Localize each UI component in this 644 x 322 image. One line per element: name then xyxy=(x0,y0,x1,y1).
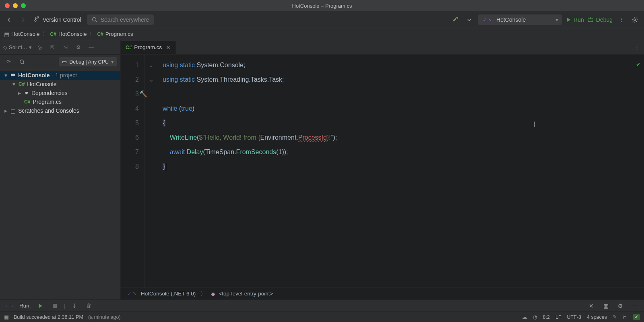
minimize-window-icon[interactable] xyxy=(13,3,18,8)
file-encoding[interactable]: UTF-8 xyxy=(567,314,581,320)
panel-settings-button[interactable]: ⚙ xyxy=(74,43,83,52)
sync-with-editor-button[interactable]: ⟳ xyxy=(3,57,14,67)
close-window-icon[interactable] xyxy=(5,3,10,8)
code-editor: C# Program.cs ✕ ⋮ 1 2 3 4 5 6 7 8 ⌄ ⌄ 🔨 xyxy=(121,40,644,299)
gear-icon: ⚙ xyxy=(76,44,81,50)
inspection-ok-badge[interactable]: ✔ xyxy=(633,314,640,320)
run-config-selector[interactable]: ⟋⟍ HotConsole ▾ xyxy=(478,14,562,25)
background-tasks-icon[interactable]: ☁ xyxy=(522,314,527,320)
trash-icon: 🗑 xyxy=(86,303,92,309)
run-config-history-button[interactable] xyxy=(464,14,475,25)
csharp-file-icon: C# xyxy=(97,31,103,37)
editor-crumb-entry[interactable]: <top-level-entry-point> xyxy=(219,291,273,297)
chevron-right-icon: 〉 xyxy=(89,31,95,38)
expand-all-button[interactable]: ⇱ xyxy=(48,43,58,52)
stop-icon xyxy=(52,303,57,308)
solution-icon: ⬒ xyxy=(10,72,16,78)
dotnet-icon: ⟋⟍ xyxy=(4,303,15,309)
svg-rect-4 xyxy=(53,304,57,308)
build-status-ago: (a minute ago) xyxy=(88,314,121,320)
zoom-window-icon[interactable] xyxy=(21,3,26,8)
fold-marker-icon[interactable]: ⌄ xyxy=(145,58,157,72)
tree-node-solution[interactable]: ▾ ⬒ HotConsole · 1 project xyxy=(0,71,120,80)
run-layout-button[interactable]: ↧ xyxy=(69,301,80,311)
expand-toggle[interactable]: ▾ xyxy=(3,72,8,78)
close-tab-icon[interactable]: ✕ xyxy=(166,44,171,51)
code-text[interactable]: ✔ I using static System.Console; using s… xyxy=(157,55,644,287)
expand-toggle[interactable]: ▸ xyxy=(3,107,8,114)
kebab-icon: ⋮ xyxy=(634,44,640,50)
crumb-file[interactable]: C# Program.cs xyxy=(97,31,133,37)
nav-forward-button[interactable] xyxy=(18,14,28,25)
editor-crumb-project[interactable]: HotConsole (.NET 6.0) xyxy=(141,291,196,297)
solution-dropdown[interactable]: ◇ Soluti…▾ xyxy=(3,44,32,50)
solution-subheader: ⟳ ▭ Debug | Any CPU ▾ xyxy=(0,55,120,69)
build-status-text: Build succeeded at 2:36:11 PM xyxy=(14,314,83,320)
close-icon: ✕ xyxy=(589,303,594,309)
crumb-project[interactable]: C# HotConsole xyxy=(50,31,87,37)
expand-toggle[interactable]: ▾ xyxy=(11,81,16,87)
solution-header: ◇ Soluti…▾ ◎ ⇱ ⇲ ⚙ — xyxy=(0,40,120,55)
status-bar: ▣ Build succeeded at 2:36:11 PM (a minut… xyxy=(0,312,644,322)
dependencies-icon: ⚭ xyxy=(24,90,29,96)
search-files-button[interactable] xyxy=(17,57,27,67)
caret-position[interactable]: 8:2 xyxy=(543,314,550,320)
layout-icon: ↧ xyxy=(72,303,77,309)
svg-point-2 xyxy=(634,19,636,20)
search-placeholder: Search everywhere xyxy=(101,17,149,23)
tree-node-project[interactable]: ▾ C# HotConsole xyxy=(0,80,120,89)
tab-program-cs[interactable]: C# Program.cs ✕ xyxy=(121,41,176,54)
indent-setting[interactable]: 4 spaces xyxy=(587,314,607,320)
nav-back-button[interactable] xyxy=(4,14,14,25)
build-button[interactable] xyxy=(450,14,461,25)
build-config-icon: ▭ xyxy=(62,59,67,65)
run-view-mode-button[interactable]: ▦ xyxy=(601,301,611,311)
minimize-panel-button[interactable]: — xyxy=(87,43,96,52)
svg-point-3 xyxy=(20,60,24,63)
solution-explorer: ◇ Soluti…▾ ◎ ⇱ ⇲ ⚙ — ⟳ ▭ Debug | Any CPU… xyxy=(0,40,121,299)
run-button[interactable]: Run xyxy=(566,17,584,23)
minimize-icon: — xyxy=(632,303,638,309)
run-close-button[interactable]: ✕ xyxy=(586,301,597,311)
line-separator[interactable]: LF xyxy=(555,314,561,320)
bug-icon xyxy=(587,17,594,23)
debug-button[interactable]: Debug xyxy=(587,17,613,23)
svg-point-0 xyxy=(92,17,96,21)
solution-tree: ▾ ⬒ HotConsole · 1 project ▾ C# HotConso… xyxy=(0,69,120,299)
search-everywhere[interactable]: Search everywhere xyxy=(87,14,154,25)
settings-button[interactable] xyxy=(630,14,640,25)
run-hide-button[interactable]: — xyxy=(630,301,640,311)
play-icon xyxy=(566,17,571,23)
build-config-selector[interactable]: ▭ Debug | Any CPU ▾ xyxy=(59,57,117,66)
run-settings-button[interactable]: ⚙ xyxy=(615,301,625,311)
locate-file-button[interactable]: ◎ xyxy=(35,43,45,52)
chevron-down-icon: ▾ xyxy=(111,59,114,65)
tab-label: Program.cs xyxy=(134,44,162,50)
run-rerun-button[interactable] xyxy=(35,301,45,311)
scratches-icon: ◫ xyxy=(10,107,16,114)
fold-marker-icon[interactable]: ⌄ xyxy=(145,72,157,87)
status-tool-icon[interactable]: ▣ xyxy=(4,314,9,320)
more-actions-button[interactable]: ⋮ xyxy=(616,14,626,25)
tree-node-scratches[interactable]: ▸ ◫ Scratches and Consoles xyxy=(0,106,120,115)
code-area[interactable]: 1 2 3 4 5 6 7 8 ⌄ ⌄ 🔨 ✔ I using static S… xyxy=(121,55,644,287)
run-clear-button[interactable]: 🗑 xyxy=(84,301,94,311)
tree-node-file[interactable]: C# Program.cs xyxy=(0,97,120,106)
run-tool-window-header: ⟋⟍ Run: | ↧ 🗑 ✕ ▦ ⚙ — xyxy=(0,299,644,312)
crumb-solution[interactable]: ⬒ HotConsole xyxy=(4,31,40,37)
git-branch-icon[interactable] xyxy=(623,315,627,320)
expand-toggle[interactable]: ▸ xyxy=(17,90,22,96)
inspection-ok-icon[interactable]: ✔ xyxy=(636,57,641,72)
version-control-button[interactable]: Version Control xyxy=(34,17,81,23)
collapse-all-button[interactable]: ⇲ xyxy=(61,43,70,52)
search-icon xyxy=(19,59,25,65)
dotnet-icon: ⟋⟍ xyxy=(482,17,493,23)
fold-column: ⌄ ⌄ 🔨 xyxy=(145,55,157,287)
tree-node-dependencies[interactable]: ▸ ⚭ Dependencies xyxy=(0,89,120,97)
debug-label: Debug xyxy=(596,17,613,23)
run-stop-button[interactable] xyxy=(50,301,60,311)
memory-indicator-icon[interactable]: ◔ xyxy=(533,314,537,320)
solution-icon: ⬒ xyxy=(4,31,9,37)
tab-options-button[interactable]: ⋮ xyxy=(634,42,644,53)
readonly-toggle-icon[interactable]: ✎ xyxy=(613,314,617,320)
